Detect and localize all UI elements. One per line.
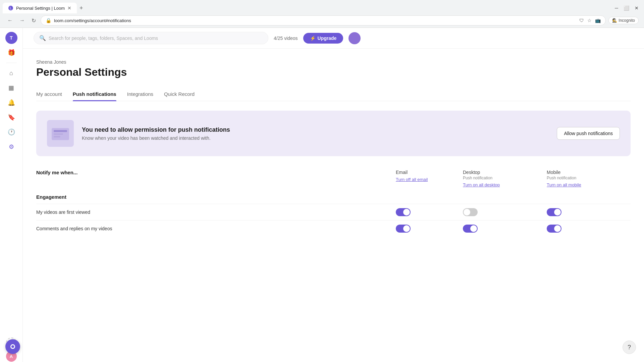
browser-tab[interactable]: L Personal Settings | Loom ✕: [3, 3, 77, 13]
workspace-avatar[interactable]: T: [5, 32, 17, 44]
sidebar-divider: [6, 63, 17, 63]
desktop-toggle[interactable]: [463, 208, 478, 216]
address-bar[interactable]: 🔒 loom.com/settings/account#notification…: [41, 15, 606, 25]
email-column-header: Email Turn off all email: [396, 170, 463, 182]
sidebar-item-gift[interactable]: 🎁: [5, 47, 17, 59]
turn-on-all-desktop-link[interactable]: Turn on all desktop: [463, 182, 547, 187]
svg-rect-4: [54, 133, 63, 135]
allow-push-notifications-button[interactable]: Allow push notifications: [557, 127, 620, 140]
incognito-icon: 🕵: [612, 18, 617, 23]
record-button[interactable]: [5, 339, 20, 354]
upgrade-button[interactable]: ⚡ Upgrade: [303, 33, 343, 44]
turn-on-all-mobile-link[interactable]: Turn on all mobile: [547, 182, 631, 187]
svg-rect-5: [54, 136, 60, 137]
desktop-column-header: Desktop Push notification Turn on all de…: [463, 170, 547, 187]
mobile-toggle-comments[interactable]: [547, 225, 631, 233]
search-input[interactable]: [49, 36, 263, 41]
desktop-toggle-comments[interactable]: [463, 225, 547, 233]
mobile-column-header: Mobile Push notification Turn on all mob…: [547, 170, 631, 187]
back-button[interactable]: ←: [5, 16, 15, 25]
email-toggle-comments[interactable]: [396, 225, 463, 233]
settings-tabs: My account Push notifications Integratio…: [36, 88, 631, 101]
restore-button[interactable]: ⬜: [624, 5, 629, 11]
main-area: 🔍 4/25 videos ⚡ Upgrade Sheena Jones Per…: [23, 28, 644, 362]
notify-section: Notify me when... Email Turn off all ema…: [36, 170, 631, 237]
sidebar-item-notifications[interactable]: 🔔: [5, 97, 17, 109]
search-icon: 🔍: [39, 35, 46, 41]
svg-rect-3: [54, 130, 67, 132]
page-title: Personal Settings: [36, 66, 631, 78]
email-toggle-first-viewed[interactable]: [396, 208, 463, 216]
banner-title: You need to allow permission for push no…: [82, 126, 549, 133]
user-avatar[interactable]: [348, 32, 361, 44]
help-button[interactable]: ?: [623, 341, 636, 354]
tab-integrations[interactable]: Integrations: [127, 88, 153, 101]
banner-icon: [47, 120, 74, 147]
search-bar[interactable]: 🔍: [34, 32, 268, 44]
sidebar-item-library[interactable]: ▦: [5, 82, 17, 94]
banner-subtitle: Know when your video has been watched an…: [82, 135, 549, 141]
tab-my-account[interactable]: My account: [36, 88, 62, 101]
engagement-label: Engagement: [36, 194, 631, 200]
desktop-toggle[interactable]: [463, 225, 478, 233]
tab-close-button[interactable]: ✕: [67, 5, 71, 11]
notify-header: Notify me when... Email Turn off all ema…: [36, 170, 631, 187]
sidebar-item-history[interactable]: 🕐: [5, 126, 17, 138]
star-icon[interactable]: ☆: [587, 18, 592, 23]
row-label-first-viewed: My videos are first viewed: [36, 209, 396, 215]
mobile-toggle[interactable]: [547, 208, 561, 216]
turn-off-all-email-link[interactable]: Turn off all email: [396, 177, 463, 182]
refresh-button[interactable]: ↻: [30, 16, 38, 25]
email-toggle[interactable]: [396, 225, 411, 233]
new-tab-button[interactable]: +: [77, 3, 86, 13]
tab-push-notifications[interactable]: Push notifications: [73, 88, 116, 101]
tab-favicon: L: [8, 5, 13, 11]
sidebar-item-settings[interactable]: ⚙: [5, 141, 17, 153]
top-header: 🔍 4/25 videos ⚡ Upgrade: [23, 28, 644, 49]
svg-point-7: [11, 345, 14, 348]
notify-me-label: Notify me when...: [36, 170, 396, 175]
banner-text: You need to allow permission for push no…: [82, 126, 549, 141]
email-toggle[interactable]: [396, 208, 411, 216]
shield-icon: 🛡: [579, 18, 584, 23]
page-user-name: Sheena Jones: [36, 59, 631, 65]
page-content: Sheena Jones Personal Settings My accoun…: [23, 49, 644, 362]
permission-banner: You need to allow permission for push no…: [36, 111, 631, 156]
url-text: loom.com/settings/account#notifications: [54, 18, 577, 23]
upgrade-icon: ⚡: [310, 36, 316, 41]
mobile-toggle[interactable]: [547, 225, 561, 233]
cast-icon[interactable]: 📺: [595, 18, 601, 23]
sidebar-item-bookmarks[interactable]: 🔖: [5, 111, 17, 123]
minimize-button[interactable]: ─: [615, 5, 618, 11]
tab-title: Personal Settings | Loom: [16, 6, 65, 11]
forward-button[interactable]: →: [17, 16, 27, 25]
sidebar: T 🎁 ⌂ ▦ 🔔 🔖 🕐 ⚙ + A: [0, 28, 23, 362]
table-row: Comments and replies on my videos: [36, 220, 631, 237]
row-label-comments: Comments and replies on my videos: [36, 226, 396, 231]
incognito-chip: 🕵 Incognito: [608, 17, 639, 24]
close-button[interactable]: ✕: [635, 5, 639, 11]
table-row: My videos are first viewed: [36, 204, 631, 220]
tab-quick-record[interactable]: Quick Record: [164, 88, 195, 101]
video-count: 4/25 videos: [274, 36, 298, 41]
svg-text:L: L: [10, 6, 12, 10]
lock-icon: 🔒: [46, 18, 51, 23]
desktop-toggle-first-viewed[interactable]: [463, 208, 547, 216]
sidebar-item-home[interactable]: ⌂: [5, 67, 17, 79]
mobile-toggle-first-viewed[interactable]: [547, 208, 631, 216]
